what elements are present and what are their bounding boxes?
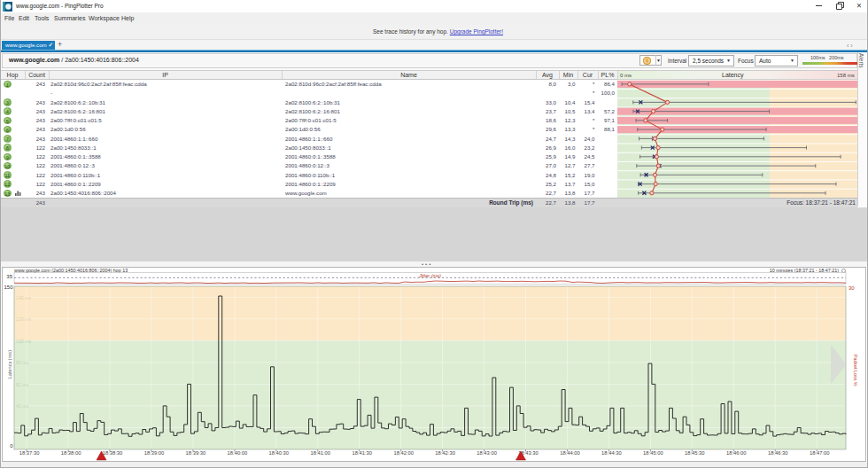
- svg-text:18:43:00: 18:43:00: [477, 450, 497, 456]
- svg-text:18:44:30: 18:44:30: [601, 450, 622, 456]
- svg-text:120 ms: 120 ms: [16, 316, 31, 322]
- svg-text:18:42:30: 18:42:30: [435, 450, 455, 456]
- svg-text:18:38:00: 18:38:00: [61, 450, 81, 456]
- svg-text:18:46:30: 18:46:30: [768, 450, 788, 456]
- svg-text:18:47:00: 18:47:00: [810, 450, 830, 456]
- svg-text:18:41:30: 18:41:30: [352, 450, 372, 456]
- svg-text:18:40:00: 18:40:00: [228, 450, 248, 456]
- svg-text:18:39:00: 18:39:00: [144, 450, 165, 456]
- svg-text:18:37:30: 18:37:30: [19, 450, 40, 456]
- svg-text:18:44:00: 18:44:00: [560, 450, 580, 456]
- svg-text:18:40:30: 18:40:30: [269, 450, 290, 456]
- svg-text:18:46:00: 18:46:00: [726, 450, 747, 456]
- svg-text:18:39:30: 18:39:30: [186, 450, 206, 456]
- svg-text:18:41:00: 18:41:00: [311, 450, 331, 456]
- svg-text:140 ms: 140 ms: [16, 295, 31, 300]
- svg-text:18:38:30: 18:38:30: [103, 450, 123, 456]
- svg-text:18:45:00: 18:45:00: [643, 450, 663, 456]
- svg-text:100 ms: 100 ms: [16, 339, 31, 344]
- svg-text:18:45:30: 18:45:30: [685, 450, 705, 456]
- svg-text:18:42:00: 18:42:00: [393, 450, 414, 456]
